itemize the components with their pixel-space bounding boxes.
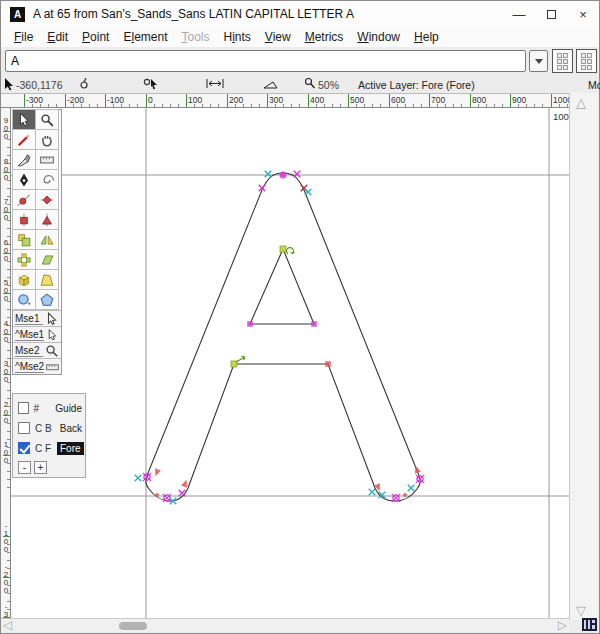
vruler-label: -100 <box>2 522 10 554</box>
menu-hints[interactable]: Hints <box>217 28 258 46</box>
entry-row <box>1 47 599 75</box>
corner-tool[interactable] <box>12 209 36 230</box>
layer-flags: C B <box>35 423 57 434</box>
title-bar: A A at 65 from San's_Sands_Sans LATIN CA… <box>1 1 599 27</box>
curve-tool[interactable] <box>12 189 36 210</box>
ruler-tool[interactable] <box>35 149 59 170</box>
mouse-binding-ctrl-mse1: ^Mse1 <box>13 326 61 342</box>
layer-flags: # <box>34 403 53 414</box>
vruler-label: 200 <box>2 401 10 425</box>
scroll-tool[interactable] <box>35 129 59 150</box>
menu-help[interactable]: Help <box>407 28 446 46</box>
layer-visibility-checkbox[interactable] <box>18 422 30 434</box>
freehand-state-icon <box>79 77 89 90</box>
menu-tools[interactable]: Tools <box>174 28 216 46</box>
vruler-label: 100 <box>2 441 10 465</box>
minimize-button[interactable]: — <box>503 1 535 27</box>
modified-label-truncated: Mod <box>588 79 600 91</box>
hruler-label: 0 <box>148 95 153 105</box>
layer-row-back: C BBack <box>13 418 85 438</box>
scroll-down-icon[interactable]: ▽ <box>576 603 586 618</box>
status-toolbar: -360,1176 50% Active Layer: Fore (Fore) … <box>1 75 599 93</box>
menu-element[interactable]: Element <box>116 28 174 46</box>
cursor-position-icon <box>4 77 15 90</box>
magnify-tool[interactable] <box>35 109 59 130</box>
hruler-label: 600 <box>391 95 405 105</box>
perspective-tool[interactable] <box>35 269 59 290</box>
layer-visibility-checkbox[interactable] <box>18 402 29 414</box>
window-title: A at 65 from San's_Sands_Sans LATIN CAPI… <box>33 7 354 21</box>
glyph-grid-button-1[interactable] <box>552 49 573 73</box>
close-button[interactable]: × <box>567 1 599 27</box>
zoom-icon <box>304 77 316 90</box>
mouse-binding-mse1: Mse1 <box>13 310 61 326</box>
freehand-tool[interactable] <box>12 129 36 150</box>
scrollbar-thumb[interactable] <box>119 622 147 630</box>
fontforge-window: A A at 65 from San's_Sands_Sans LATIN CA… <box>0 0 600 634</box>
width-state-icon <box>206 77 224 90</box>
app-icon: A <box>10 7 25 22</box>
vruler-label: 500 <box>2 279 10 303</box>
horizontal-ruler[interactable]: -300-200-1000100200300400500600700800900… <box>1 93 571 108</box>
hruler-label: 400 <box>310 95 324 105</box>
pen-tool[interactable] <box>12 169 36 190</box>
window-corner-logo <box>582 618 597 631</box>
hruler-label: 300 <box>269 95 283 105</box>
horizontal-scrollbar[interactable]: ◁ ▷ <box>1 618 569 632</box>
glyph-grid-icon <box>581 53 592 70</box>
skew-tool[interactable] <box>35 249 59 270</box>
knife-tool[interactable] <box>12 149 36 170</box>
rotate-tool[interactable] <box>12 249 36 270</box>
ellipse-tool[interactable] <box>12 289 36 310</box>
layer-name[interactable]: Guide <box>52 402 85 415</box>
mouse-binding-mse2: Mse2 <box>13 342 61 358</box>
hvcurve-tool[interactable] <box>35 189 59 210</box>
perspective3d-tool[interactable] <box>12 269 36 290</box>
dropdown-button[interactable] <box>529 50 548 72</box>
layer-name[interactable]: Fore <box>57 442 84 455</box>
layer-name[interactable]: Back <box>57 422 85 435</box>
hruler-label: 900 <box>512 95 526 105</box>
add-layer-button[interactable]: + <box>34 461 47 474</box>
mouse-binding-ctrl-mse2: ^Mse2 <box>13 358 61 374</box>
polygon-tool[interactable] <box>35 289 59 310</box>
maximize-icon <box>547 10 556 19</box>
hruler-label: 200 <box>229 95 243 105</box>
menu-bar: FileEditPointElementToolsHintsViewMetric… <box>1 27 599 47</box>
glyph-grid-button-2[interactable] <box>576 49 597 73</box>
vruler-label: 900 <box>2 117 10 141</box>
spiro-tool[interactable] <box>35 169 59 190</box>
vertical-ruler[interactable]: 900800700600500400300200100-100-200-300 <box>1 108 11 620</box>
menu-file[interactable]: File <box>7 28 40 46</box>
mouse-binding-label: Mse1 <box>15 313 43 325</box>
chevron-down-icon <box>535 59 543 64</box>
flip-tool[interactable] <box>35 229 59 250</box>
glyph-text-input[interactable] <box>5 50 526 72</box>
tool-palette: Mse1^Mse1Mse2^Mse2 <box>12 109 62 375</box>
scroll-up-icon[interactable]: △ <box>576 95 586 110</box>
menu-view[interactable]: View <box>258 28 298 46</box>
menu-edit[interactable]: Edit <box>40 28 75 46</box>
scale-tool[interactable] <box>12 229 36 250</box>
angle-state-icon <box>263 77 279 90</box>
scroll-left-icon[interactable]: ◁ <box>3 618 12 632</box>
glyph-canvas[interactable]: 1000 <box>11 108 571 620</box>
remove-layer-button[interactable]: - <box>18 461 31 474</box>
active-layer-label: Active Layer: Fore (Fore) <box>358 79 475 91</box>
pointer-tool[interactable] <box>12 109 36 130</box>
tangent-tool[interactable] <box>35 209 59 230</box>
menu-point[interactable]: Point <box>75 28 116 46</box>
glyph-grid-icon <box>557 53 568 70</box>
menu-metrics[interactable]: Metrics <box>298 28 351 46</box>
layer-visibility-checkbox[interactable] <box>18 442 30 454</box>
vruler-label: 300 <box>2 360 10 384</box>
zoom-level: 50% <box>318 79 339 91</box>
vertical-scrollbar[interactable]: △ ▽ <box>569 93 598 620</box>
mouse-binding-label: ^Mse2 <box>15 361 44 373</box>
mouse-binding-label: Mse2 <box>15 345 43 357</box>
layer-row-guide: #Guide <box>13 398 85 418</box>
maximize-button[interactable] <box>535 1 567 27</box>
menu-window[interactable]: Window <box>350 28 407 46</box>
scroll-right-icon[interactable]: ▷ <box>558 618 567 632</box>
glyph-outline-svg[interactable]: 1000 <box>11 108 571 620</box>
